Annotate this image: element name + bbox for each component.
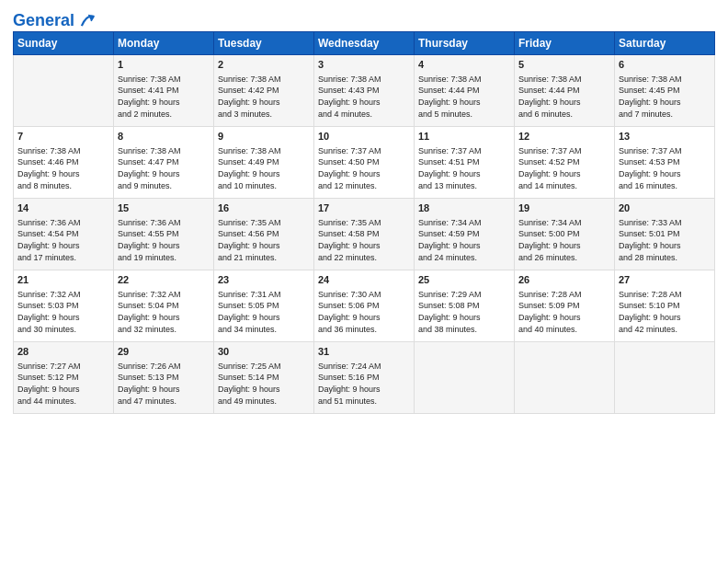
calendar-cell: 8Sunrise: 7:38 AM Sunset: 4:47 PM Daylig… <box>114 127 214 199</box>
day-number: 14 <box>17 201 109 215</box>
day-number: 7 <box>17 130 109 144</box>
calendar-cell: 1Sunrise: 7:38 AM Sunset: 4:41 PM Daylig… <box>114 55 214 127</box>
day-number: 2 <box>218 58 310 72</box>
day-number: 3 <box>318 58 410 72</box>
day-content: Sunrise: 7:25 AM Sunset: 5:14 PM Dayligh… <box>218 361 310 407</box>
week-row-4: 21Sunrise: 7:32 AM Sunset: 5:03 PM Dayli… <box>14 270 715 342</box>
day-content: Sunrise: 7:33 AM Sunset: 5:01 PM Dayligh… <box>619 217 711 263</box>
header: General <box>13 9 715 28</box>
day-number: 28 <box>17 345 109 359</box>
calendar-cell: 11Sunrise: 7:37 AM Sunset: 4:51 PM Dayli… <box>415 127 515 199</box>
day-content: Sunrise: 7:38 AM Sunset: 4:44 PM Dayligh… <box>418 74 510 120</box>
day-number: 1 <box>118 58 210 72</box>
calendar-cell: 6Sunrise: 7:38 AM Sunset: 4:45 PM Daylig… <box>615 55 715 127</box>
header-day-wednesday: Wednesday <box>314 32 415 55</box>
day-number: 25 <box>418 273 510 287</box>
day-content: Sunrise: 7:32 AM Sunset: 5:04 PM Dayligh… <box>118 289 210 335</box>
day-number: 27 <box>619 273 711 287</box>
calendar-cell: 23Sunrise: 7:31 AM Sunset: 5:05 PM Dayli… <box>214 270 314 342</box>
calendar-cell <box>615 342 715 414</box>
calendar-cell: 7Sunrise: 7:38 AM Sunset: 4:46 PM Daylig… <box>14 127 114 199</box>
calendar-cell: 10Sunrise: 7:37 AM Sunset: 4:50 PM Dayli… <box>314 127 415 199</box>
calendar-cell: 14Sunrise: 7:36 AM Sunset: 4:54 PM Dayli… <box>14 199 114 270</box>
day-content: Sunrise: 7:28 AM Sunset: 5:10 PM Dayligh… <box>619 289 711 335</box>
week-row-5: 28Sunrise: 7:27 AM Sunset: 5:12 PM Dayli… <box>14 342 715 414</box>
calendar-cell <box>14 55 114 127</box>
calendar-cell: 3Sunrise: 7:38 AM Sunset: 4:43 PM Daylig… <box>314 55 415 127</box>
day-content: Sunrise: 7:24 AM Sunset: 5:16 PM Dayligh… <box>318 361 410 407</box>
logo-icon <box>76 11 97 31</box>
calendar-cell: 16Sunrise: 7:35 AM Sunset: 4:56 PM Dayli… <box>214 199 314 270</box>
day-content: Sunrise: 7:37 AM Sunset: 4:52 PM Dayligh… <box>518 145 610 191</box>
day-content: Sunrise: 7:29 AM Sunset: 5:08 PM Dayligh… <box>418 289 510 335</box>
day-content: Sunrise: 7:38 AM Sunset: 4:47 PM Dayligh… <box>118 145 210 191</box>
day-content: Sunrise: 7:38 AM Sunset: 4:45 PM Dayligh… <box>619 74 711 120</box>
day-number: 26 <box>518 273 610 287</box>
calendar-cell: 27Sunrise: 7:28 AM Sunset: 5:10 PM Dayli… <box>615 270 715 342</box>
day-number: 20 <box>619 201 711 215</box>
day-content: Sunrise: 7:38 AM Sunset: 4:49 PM Dayligh… <box>218 145 310 191</box>
day-number: 22 <box>118 273 210 287</box>
day-content: Sunrise: 7:38 AM Sunset: 4:43 PM Dayligh… <box>318 74 410 120</box>
day-number: 29 <box>118 345 210 359</box>
day-number: 31 <box>318 345 410 359</box>
day-number: 9 <box>218 130 310 144</box>
calendar-cell: 28Sunrise: 7:27 AM Sunset: 5:12 PM Dayli… <box>14 342 114 414</box>
header-day-tuesday: Tuesday <box>214 32 314 55</box>
day-content: Sunrise: 7:35 AM Sunset: 4:58 PM Dayligh… <box>318 217 410 263</box>
logo-text: General <box>13 12 74 30</box>
day-number: 6 <box>619 58 711 72</box>
day-number: 24 <box>318 273 410 287</box>
day-number: 15 <box>118 201 210 215</box>
calendar-cell: 9Sunrise: 7:38 AM Sunset: 4:49 PM Daylig… <box>214 127 314 199</box>
day-content: Sunrise: 7:27 AM Sunset: 5:12 PM Dayligh… <box>17 361 109 407</box>
calendar-cell <box>515 342 615 414</box>
day-content: Sunrise: 7:38 AM Sunset: 4:41 PM Dayligh… <box>118 74 210 120</box>
logo: General <box>13 11 97 28</box>
calendar-cell: 18Sunrise: 7:34 AM Sunset: 4:59 PM Dayli… <box>415 199 515 270</box>
day-content: Sunrise: 7:28 AM Sunset: 5:09 PM Dayligh… <box>518 289 610 335</box>
day-content: Sunrise: 7:31 AM Sunset: 5:05 PM Dayligh… <box>218 289 310 335</box>
day-number: 18 <box>418 201 510 215</box>
calendar-cell: 31Sunrise: 7:24 AM Sunset: 5:16 PM Dayli… <box>314 342 415 414</box>
day-number: 12 <box>518 130 610 144</box>
day-number: 21 <box>17 273 109 287</box>
day-content: Sunrise: 7:36 AM Sunset: 4:55 PM Dayligh… <box>118 217 210 263</box>
header-day-saturday: Saturday <box>615 32 715 55</box>
day-content: Sunrise: 7:37 AM Sunset: 4:50 PM Dayligh… <box>318 145 410 191</box>
calendar-cell: 15Sunrise: 7:36 AM Sunset: 4:55 PM Dayli… <box>114 199 214 270</box>
day-content: Sunrise: 7:37 AM Sunset: 4:53 PM Dayligh… <box>619 145 711 191</box>
header-day-friday: Friday <box>515 32 615 55</box>
day-content: Sunrise: 7:38 AM Sunset: 4:42 PM Dayligh… <box>218 74 310 120</box>
day-number: 30 <box>218 345 310 359</box>
calendar-cell: 21Sunrise: 7:32 AM Sunset: 5:03 PM Dayli… <box>14 270 114 342</box>
calendar-cell: 29Sunrise: 7:26 AM Sunset: 5:13 PM Dayli… <box>114 342 214 414</box>
calendar-cell: 13Sunrise: 7:37 AM Sunset: 4:53 PM Dayli… <box>615 127 715 199</box>
day-content: Sunrise: 7:35 AM Sunset: 4:56 PM Dayligh… <box>218 217 310 263</box>
day-number: 11 <box>418 130 510 144</box>
day-content: Sunrise: 7:37 AM Sunset: 4:51 PM Dayligh… <box>418 145 510 191</box>
calendar-cell: 22Sunrise: 7:32 AM Sunset: 5:04 PM Dayli… <box>114 270 214 342</box>
calendar-cell: 5Sunrise: 7:38 AM Sunset: 4:44 PM Daylig… <box>515 55 615 127</box>
day-number: 10 <box>318 130 410 144</box>
day-content: Sunrise: 7:34 AM Sunset: 5:00 PM Dayligh… <box>518 217 610 263</box>
calendar-table: SundayMondayTuesdayWednesdayThursdayFrid… <box>13 31 715 414</box>
calendar-cell <box>415 342 515 414</box>
calendar-cell: 17Sunrise: 7:35 AM Sunset: 4:58 PM Dayli… <box>314 199 415 270</box>
calendar-cell: 25Sunrise: 7:29 AM Sunset: 5:08 PM Dayli… <box>415 270 515 342</box>
calendar-cell: 12Sunrise: 7:37 AM Sunset: 4:52 PM Dayli… <box>515 127 615 199</box>
day-content: Sunrise: 7:34 AM Sunset: 4:59 PM Dayligh… <box>418 217 510 263</box>
day-content: Sunrise: 7:38 AM Sunset: 4:46 PM Dayligh… <box>17 145 109 191</box>
day-content: Sunrise: 7:26 AM Sunset: 5:13 PM Dayligh… <box>118 361 210 407</box>
day-number: 23 <box>218 273 310 287</box>
day-content: Sunrise: 7:38 AM Sunset: 4:44 PM Dayligh… <box>518 74 610 120</box>
day-content: Sunrise: 7:30 AM Sunset: 5:06 PM Dayligh… <box>318 289 410 335</box>
calendar-cell: 19Sunrise: 7:34 AM Sunset: 5:00 PM Dayli… <box>515 199 615 270</box>
calendar-cell: 4Sunrise: 7:38 AM Sunset: 4:44 PM Daylig… <box>415 55 515 127</box>
day-number: 5 <box>518 58 610 72</box>
calendar-cell: 20Sunrise: 7:33 AM Sunset: 5:01 PM Dayli… <box>615 199 715 270</box>
calendar-page: General SundayMondayTuesdayWednesdayThur… <box>0 0 728 563</box>
calendar-header-row: SundayMondayTuesdayWednesdayThursdayFrid… <box>14 32 715 55</box>
week-row-2: 7Sunrise: 7:38 AM Sunset: 4:46 PM Daylig… <box>14 127 715 199</box>
calendar-cell: 2Sunrise: 7:38 AM Sunset: 4:42 PM Daylig… <box>214 55 314 127</box>
